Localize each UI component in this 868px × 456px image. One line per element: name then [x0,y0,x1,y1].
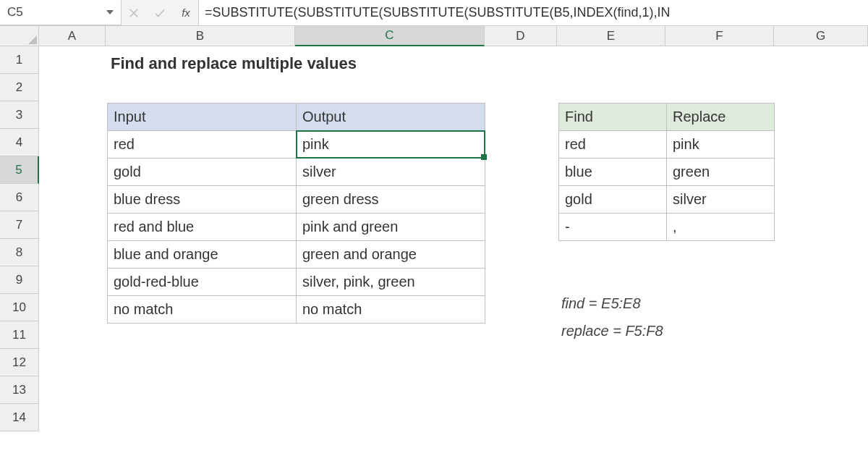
table-row: goldsilver [559,186,775,214]
cell[interactable]: - [559,214,667,241]
enter-icon [152,5,168,21]
row-header-4[interactable]: 4 [0,129,39,156]
header-input[interactable]: Input [108,104,297,131]
row-header-1[interactable]: 1 [0,46,39,74]
column-header-D[interactable]: D [485,26,557,46]
cell[interactable]: green [667,159,775,186]
header-find[interactable]: Find [559,104,667,131]
row-headers: 1234567891011121314 [0,46,39,431]
spreadsheet-grid[interactable]: ABCDEFG 1234567891011121314 [0,26,868,46]
row-header-2[interactable]: 2 [0,74,39,101]
table-row: gold-red-bluesilver, pink, green [108,269,485,296]
row-header-5[interactable]: 5 [0,156,39,184]
cell[interactable]: gold [108,159,297,186]
cell[interactable]: , [667,214,775,241]
cancel-icon [126,5,142,21]
cell[interactable]: silver [297,159,485,186]
table-row: -, [559,214,775,241]
formula-value: =SUBSTITUTE(SUBSTITUTE(SUBSTITUTE(SUBSTI… [205,5,671,20]
row-header-9[interactable]: 9 [0,266,39,294]
fx-icon[interactable]: fx [178,5,194,21]
cell[interactable]: pink [297,131,485,159]
header-replace[interactable]: Replace [667,104,775,131]
cell[interactable]: silver, pink, green [297,269,485,296]
table-row: goldsilver [108,159,485,186]
cell[interactable]: pink [667,131,775,159]
table-row: redpink [559,131,775,159]
cell[interactable]: gold [559,186,667,214]
cell[interactable]: blue dress [108,186,297,214]
cell[interactable]: blue and orange [108,241,297,269]
note-replace-range: replace = F5:F8 [561,323,663,339]
table-row: redpink [108,131,485,159]
table-header-row: Find Replace [559,104,775,131]
formula-bar-buttons: fx [122,0,199,25]
table-header-row: Input Output [108,104,485,131]
header-output[interactable]: Output [297,104,485,131]
table-row: bluegreen [559,159,775,186]
name-box[interactable]: C5 [0,0,122,25]
column-header-G[interactable]: G [774,26,868,46]
cell[interactable]: green and orange [297,241,485,269]
cell[interactable]: red [108,131,297,159]
name-box-dropdown-icon[interactable] [106,10,114,14]
row-header-13[interactable]: 13 [0,376,39,404]
row-header-8[interactable]: 8 [0,239,39,266]
row-header-6[interactable]: 6 [0,184,39,211]
table-row: blue dressgreen dress [108,186,485,214]
note-find-range: find = E5:E8 [561,295,641,312]
row-header-11[interactable]: 11 [0,321,39,349]
cell[interactable]: no match [108,296,297,324]
formula-bar: C5 fx =SUBSTITUTE(SUBSTITUTE(SUBSTITUTE(… [0,0,868,26]
table-row: red and bluepink and green [108,214,485,241]
cell[interactable]: silver [667,186,775,214]
row-header-14[interactable]: 14 [0,404,39,431]
column-header-C[interactable]: C [295,26,485,46]
name-box-value: C5 [7,5,103,20]
table-row: no matchno match [108,296,485,324]
column-header-F[interactable]: F [665,26,774,46]
column-header-B[interactable]: B [106,26,295,46]
formula-input[interactable]: =SUBSTITUTE(SUBSTITUTE(SUBSTITUTE(SUBSTI… [199,0,868,25]
sheet-title: Find and replace multiple values [111,54,357,73]
input-output-table: Input Output redpinkgoldsilverblue dress… [107,103,485,324]
select-all-corner[interactable] [0,26,39,46]
cell[interactable]: no match [297,296,485,324]
cell[interactable]: red [559,131,667,159]
cell[interactable]: red and blue [108,214,297,241]
row-header-7[interactable]: 7 [0,211,39,239]
find-replace-table: Find Replace redpinkbluegreengoldsilver-… [558,103,775,241]
row-header-3[interactable]: 3 [0,101,39,129]
table-row: blue and orangegreen and orange [108,241,485,269]
cell[interactable]: gold-red-blue [108,269,297,296]
cell[interactable]: green dress [297,186,485,214]
column-header-E[interactable]: E [557,26,665,46]
cell[interactable]: blue [559,159,667,186]
row-header-12[interactable]: 12 [0,349,39,376]
column-headers: ABCDEFG [39,26,868,46]
row-header-10[interactable]: 10 [0,294,39,321]
cell[interactable]: pink and green [297,214,485,241]
column-header-A[interactable]: A [39,26,106,46]
